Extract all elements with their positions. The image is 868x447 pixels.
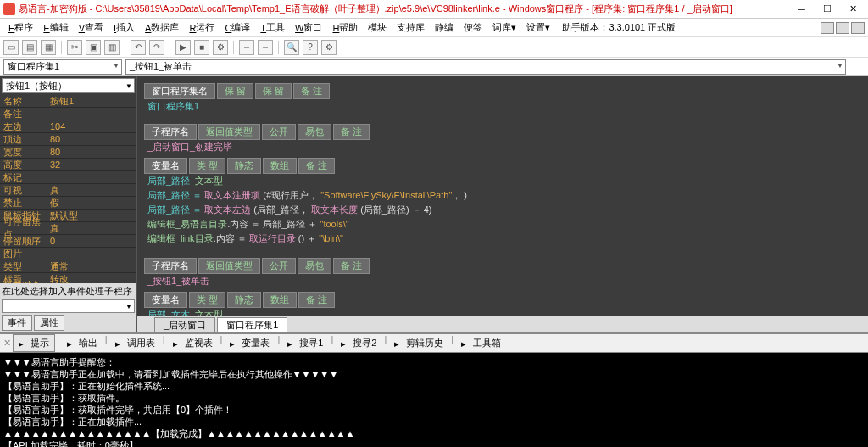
subroutine-select[interactable]: _按钮1_被单击 (125, 59, 846, 75)
editor-tabs: _启动窗口 窗口程序集1 (137, 316, 868, 332)
programset-select[interactable]: 窗口程序集1 (3, 59, 122, 75)
menu-14[interactable]: 词库▾ (487, 20, 521, 36)
tool-save-icon[interactable]: ▦ (41, 40, 56, 55)
output-tab-5[interactable]: ▸搜寻1 (281, 334, 329, 352)
menu-4[interactable]: A数据库 (140, 20, 184, 36)
output-tab-4[interactable]: ▸变量表 (224, 334, 275, 352)
property-footer: 在此处选择加入事件处理子程序 事件 属性 (0, 283, 136, 332)
output-tab-6[interactable]: ▸搜寻2 (335, 334, 382, 352)
prop-row[interactable]: 顶边80 (0, 133, 136, 146)
maximize-button[interactable]: ☐ (815, 2, 839, 17)
output-tab-7[interactable]: ▸剪辑历史 (388, 334, 449, 352)
menu-1[interactable]: E编辑 (38, 20, 73, 36)
prop-row[interactable]: 名称按钮1 (0, 95, 136, 108)
tool-help-icon[interactable]: ? (303, 40, 318, 55)
minimize-button[interactable]: ─ (790, 2, 814, 17)
prop-row[interactable]: 备注 (0, 108, 136, 120)
tool-find-icon[interactable]: 🔍 (284, 40, 299, 55)
tool-open-icon[interactable]: ▤ (22, 40, 37, 55)
tool-stop-icon[interactable]: ■ (194, 40, 209, 55)
output-tab-3[interactable]: ▸监视表 (167, 334, 219, 352)
menu-15[interactable]: 设置▾ (521, 20, 555, 36)
prop-row[interactable]: 标记 (0, 171, 136, 184)
menu-7[interactable]: T工具 (255, 20, 290, 36)
code-editor[interactable]: 窗口程序集名保 留保 留备 注窗口程序集1子程序名返回值类型公开易包备 注_启动… (137, 76, 868, 332)
output-text[interactable]: ▼▼▼易语言助手提醒您：▼▼▼易语言助手正在加载中，请看到加载插件完毕后在执行其… (0, 353, 868, 447)
menubar: E程序E编辑V查看I插入A数据库R运行C编译T工具W窗口H帮助模块支持库静编便签… (0, 19, 868, 37)
menu-5[interactable]: R运行 (184, 20, 220, 36)
output-tabbar: ✕ ▸提示|▸输出|▸调用表|▸监视表|▸变量表|▸搜寻1|▸搜寻2|▸剪辑历史… (0, 334, 868, 353)
prop-row[interactable]: 左边104 (0, 120, 136, 133)
property-panel: 按钮1（按钮） 名称按钮1备注左边104顶边80宽度80高度32标记可视真禁止假… (0, 76, 137, 332)
menu-version: 助手版本：3.3.0101 正式版 (557, 20, 681, 36)
menu-8[interactable]: W窗口 (290, 20, 327, 36)
events-button[interactable]: 事件 (2, 315, 32, 331)
prop-row[interactable]: 宽度80 (0, 146, 136, 159)
mdi-close-icon[interactable] (851, 22, 865, 34)
close-button[interactable]: ✕ (841, 2, 865, 17)
event-hint: 在此处选择加入事件处理子程序 (2, 285, 135, 298)
tab-startwindow[interactable]: _启动窗口 (154, 317, 215, 332)
prop-row[interactable]: 类型通常 (0, 260, 136, 273)
prop-row[interactable]: 可停留焦点真 (0, 222, 136, 235)
tool-settings-icon[interactable]: ⚙ (321, 40, 337, 55)
window-title: 易语言-加密狗版 - C:\Users\35819\AppData\Local\… (19, 3, 790, 15)
tool-paste-icon[interactable]: ▥ (104, 40, 120, 55)
main-area: 按钮1（按钮） 名称按钮1备注左边104顶边80宽度80高度32标记可视真禁止假… (0, 76, 868, 332)
menu-0[interactable]: E程序 (3, 20, 38, 36)
output-tab-8[interactable]: ▸工具箱 (455, 334, 507, 352)
prop-row[interactable]: 图片 (0, 248, 136, 260)
app-icon (3, 3, 15, 15)
prop-row[interactable]: 停留顺序0 (0, 235, 136, 248)
mdi-restore-icon[interactable] (836, 22, 849, 34)
tool-run-icon[interactable]: ▶ (175, 40, 191, 55)
props-button[interactable]: 属性 (34, 315, 64, 331)
prop-row[interactable]: 禁止假 (0, 197, 136, 210)
menu-13[interactable]: 便签 (459, 20, 487, 36)
menu-10[interactable]: 模块 (363, 20, 392, 36)
output-tab-0[interactable]: ▸提示 (13, 334, 55, 352)
output-tab-2[interactable]: ▸调用表 (109, 334, 161, 352)
tool-redo-icon[interactable]: ↷ (149, 40, 164, 55)
tool-cut-icon[interactable]: ✂ (67, 40, 82, 55)
titlebar: 易语言-加密狗版 - C:\Users\35819\AppData\Local\… (0, 0, 868, 19)
menu-2[interactable]: V查看 (74, 20, 108, 36)
panel-close-icon[interactable]: ✕ (3, 338, 11, 349)
tab-programset1[interactable]: 窗口程序集1 (217, 317, 287, 332)
event-select[interactable] (2, 299, 135, 313)
menu-3[interactable]: I插入 (108, 20, 140, 36)
tool-compile-icon[interactable]: ⚙ (213, 40, 228, 55)
tool-undo-icon[interactable]: ↶ (131, 40, 146, 55)
menu-11[interactable]: 支持库 (392, 20, 430, 36)
tool-copy-icon[interactable]: ▣ (86, 40, 101, 55)
property-grid[interactable]: 名称按钮1备注左边104顶边80宽度80高度32标记可视真禁止假鼠标指针默认型可… (0, 95, 136, 283)
component-select[interactable]: 按钮1（按钮） (2, 78, 135, 93)
output-tab-1[interactable]: ▸输出 (61, 334, 103, 352)
menu-12[interactable]: 静编 (430, 20, 459, 36)
output-panel: ✕ ▸提示|▸输出|▸调用表|▸监视表|▸变量表|▸搜寻1|▸搜寻2|▸剪辑历史… (0, 332, 868, 447)
tool-indent-icon[interactable]: → (239, 40, 254, 55)
nav-dropdowns: 窗口程序集1 _按钮1_被单击 (0, 58, 868, 76)
toolbar: ▭ ▤ ▦ ✂ ▣ ▥ ↶ ↷ ▶ ■ ⚙ → ← 🔍 ? ⚙ (0, 37, 868, 58)
mdi-min-icon[interactable] (821, 22, 834, 34)
prop-row[interactable]: 可视真 (0, 184, 136, 197)
menu-6[interactable]: C编译 (220, 20, 255, 36)
tool-outdent-icon[interactable]: ← (258, 40, 273, 55)
tool-new-icon[interactable]: ▭ (3, 40, 19, 55)
menu-9[interactable]: H帮助 (327, 20, 363, 36)
prop-row[interactable]: 高度32 (0, 159, 136, 171)
